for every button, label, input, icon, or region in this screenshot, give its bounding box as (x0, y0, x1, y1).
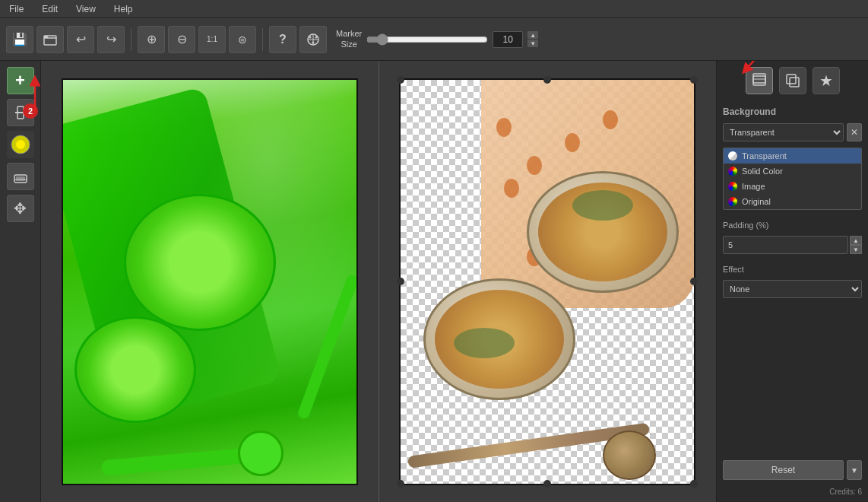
toolbar-separator-1 (131, 28, 131, 51)
open-button[interactable] (36, 26, 64, 53)
padding-input-row: ▲ ▼ (723, 236, 862, 254)
background-options: Transparent Solid Color Image Original (723, 148, 862, 210)
marker-size-spinner: ▲ ▼ (527, 31, 538, 47)
handle-ml[interactable] (397, 278, 404, 285)
background-close-btn[interactable]: ✕ (847, 123, 862, 141)
marker-size-up[interactable]: ▲ (527, 31, 538, 39)
bg-option-transparent[interactable]: Transparent (724, 148, 861, 164)
layers-panel-icon[interactable] (746, 67, 773, 94)
svg-rect-18 (753, 76, 765, 85)
copy-panel-icon[interactable] (779, 67, 806, 94)
add-mask-button[interactable]: + (7, 67, 34, 94)
bg-option-image[interactable]: Image (724, 179, 861, 194)
svg-rect-19 (753, 74, 765, 83)
save-button[interactable]: 💾 (6, 26, 33, 53)
zoom-in-button[interactable]: ⊕ (138, 26, 165, 53)
background-dropdown-row: Transparent Solid Color Image Original ✕ (723, 123, 862, 141)
bg-dot-transparent (728, 151, 737, 160)
svg-rect-14 (16, 176, 25, 181)
handle-br[interactable] (690, 480, 698, 488)
effect-dropdown[interactable]: None Blur Shadow (723, 280, 862, 298)
reset-button[interactable]: Reset (723, 460, 844, 480)
zoom-out-button[interactable]: ⊖ (168, 26, 195, 53)
handle-mr[interactable] (690, 278, 698, 285)
toolbar-separator-2 (262, 28, 263, 51)
bg-option-solid[interactable]: Solid Color (724, 164, 861, 179)
help-button[interactable]: ? (269, 26, 296, 53)
padding-label: Padding (%) (723, 221, 862, 230)
credits-label: Credits: 6 (723, 486, 862, 496)
svg-point-3 (315, 36, 318, 38)
left-toolbar: 2 + (0, 61, 41, 502)
svg-rect-22 (787, 75, 796, 84)
reset-row: Reset ▼ (723, 460, 862, 480)
main-area: 2 + (0, 61, 868, 502)
marker-size-group: Marker Size ▲ ▼ (336, 29, 538, 49)
marker-size-slider[interactable] (366, 33, 488, 46)
marker-size-input[interactable] (493, 31, 523, 48)
zoom-fit-button[interactable]: ⊜ (229, 26, 256, 53)
color-picker-button[interactable] (7, 131, 34, 158)
background-title: Background (723, 106, 862, 117)
menu-edit[interactable]: Edit (39, 2, 61, 16)
menu-view[interactable]: View (73, 2, 99, 16)
canvas-right[interactable] (379, 61, 717, 502)
svg-point-2 (309, 36, 312, 38)
menu-help[interactable]: Help (111, 2, 136, 16)
menu-file[interactable]: File (6, 2, 27, 16)
bg-label-image: Image (742, 182, 765, 191)
undo-button[interactable]: ↩ (67, 26, 94, 53)
handle-tl[interactable] (397, 76, 404, 84)
handle-tr[interactable] (690, 76, 698, 84)
handle-tm[interactable] (543, 76, 551, 84)
canvas-left[interactable] (41, 61, 379, 502)
marker-size-down[interactable]: ▼ (527, 40, 538, 47)
svg-rect-21 (790, 78, 799, 87)
right-panel: 1 ★ Background Transparent Sol (716, 61, 868, 502)
bg-option-original[interactable]: Original (724, 194, 861, 209)
effect-label: Effect (723, 265, 862, 274)
eraser-button[interactable] (7, 163, 34, 190)
handle-bl[interactable] (397, 480, 404, 488)
marker-size-label: Marker Size (336, 29, 362, 49)
bg-dot-image (728, 182, 737, 191)
redo-button[interactable]: ↪ (97, 26, 125, 53)
left-image-container (62, 78, 358, 485)
magic-button[interactable] (299, 26, 327, 53)
background-dropdown[interactable]: Transparent Solid Color Image Original (723, 123, 844, 141)
zoom-100-button[interactable]: 1:1 (198, 26, 226, 53)
padding-input[interactable] (723, 236, 848, 254)
badge-2: 2 (23, 103, 38, 119)
reset-dropdown-btn[interactable]: ▼ (847, 460, 862, 480)
svg-point-12 (16, 140, 25, 149)
bg-dot-solid (728, 167, 737, 176)
bg-dot-original (728, 197, 737, 206)
handle-bm[interactable] (543, 480, 551, 488)
canvas-area (41, 61, 716, 502)
padding-spinner: ▲ ▼ (850, 236, 862, 254)
right-image-container (399, 78, 695, 485)
move-button[interactable]: ✥ (7, 195, 34, 222)
menu-bar: File Edit View Help (0, 0, 868, 18)
toolbar: 💾 ↩ ↪ ⊕ ⊖ 1:1 ⊜ ? Marker Size ▲ ▼ (0, 18, 868, 61)
padding-up[interactable]: ▲ (850, 236, 862, 245)
bg-label-solid: Solid Color (742, 167, 783, 176)
bg-label-transparent: Transparent (742, 151, 787, 160)
bg-label-original: Original (742, 197, 771, 206)
star-panel-icon[interactable]: ★ (813, 67, 840, 94)
padding-down[interactable]: ▼ (850, 245, 862, 254)
